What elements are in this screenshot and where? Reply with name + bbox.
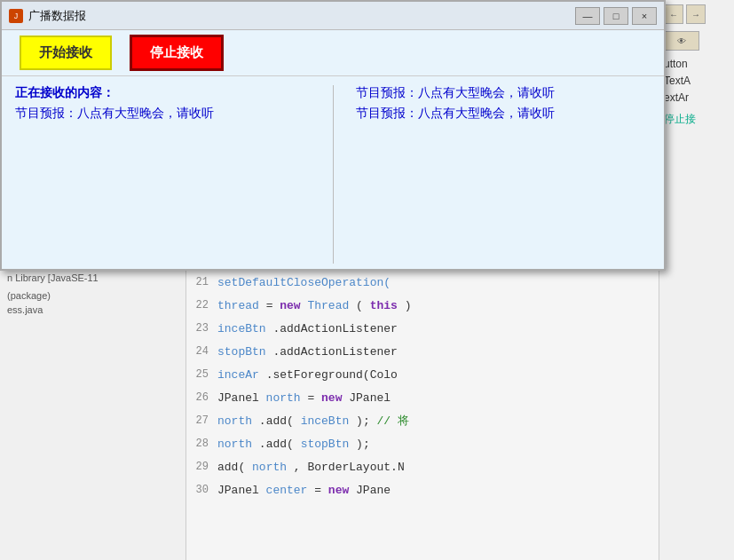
sidebar-package: (package) [0, 288, 185, 303]
code-line-23: 23 inceBtn .addActionListener [186, 317, 734, 340]
line-num-23: 23 [186, 322, 217, 335]
stop-button[interactable]: 停止接收 [130, 35, 224, 71]
sidebar-library: n Library [JavaSE-11 [0, 271, 185, 285]
code-line-25: 25 inceAr .setForeground(Colo [186, 363, 734, 386]
right-panel-label-2: TextA [664, 73, 730, 90]
line-num-24: 24 [186, 345, 217, 358]
dialog-app-icon: J [9, 9, 23, 23]
dialog-toolbar: 开始接收 停止接收 [2, 30, 664, 76]
line-content-24: stopBtn .addActionListener [217, 345, 734, 359]
line-num-22: 22 [186, 299, 217, 312]
minimize-button[interactable]: — [575, 7, 600, 25]
line-num-30: 30 [186, 484, 217, 496]
right-panel-label-3: extAr [664, 90, 730, 106]
right-panel-icons: ← → [664, 4, 730, 24]
right-panel: ← → 👁 utton TextA extAr 停止接 [659, 0, 734, 560]
receiving-text: 节目预报：八点有大型晚会，请收听 [15, 106, 311, 122]
line-num-21: 21 [186, 276, 217, 288]
code-line-29: 29 add( north , BorderLayout.N [186, 455, 734, 478]
code-line-21: 21 setDefaultCloseOperation( [186, 271, 734, 294]
dialog-left-panel: 正在接收的内容： 节目预报：八点有大型晚会，请收听 [15, 85, 311, 264]
line-content-23: inceBtn .addActionListener [217, 322, 734, 335]
dialog-window: J 广播数据报 — □ × 开始接收 停止接收 正在接收的内容： 节目预报：八点… [0, 0, 666, 271]
dialog-window-controls: — □ × [575, 7, 657, 25]
line-content-29: add( north , BorderLayout.N [217, 461, 734, 474]
dialog-title-left: J 广播数据报 [9, 8, 86, 24]
line-num-28: 28 [186, 438, 217, 450]
code-line-30: 30 JPanel center = new JPane [186, 478, 734, 501]
dialog-title-text: 广播数据报 [28, 8, 86, 24]
right-text-line2: 节目预报：八点有大型晚会，请收听 [356, 106, 651, 122]
dialog-right-panel: 节目预报：八点有大型晚会，请收听 节目预报：八点有大型晚会，请收听 [356, 85, 651, 264]
close-button[interactable]: × [632, 7, 657, 25]
right-panel-stop-link[interactable]: 停止接 [664, 112, 730, 127]
start-button[interactable]: 开始接收 [20, 35, 112, 70]
maximize-button[interactable]: □ [604, 7, 628, 25]
line-content-28: north .add( stopBtn ); [217, 438, 734, 451]
icon-btn-3[interactable]: 👁 [664, 31, 699, 51]
line-num-25: 25 [186, 368, 217, 381]
sidebar-file: ess.java [0, 303, 185, 317]
line-num-26: 26 [186, 391, 217, 404]
right-panel-label-1: utton [664, 56, 730, 73]
dialog-titlebar: J 广播数据报 — □ × [2, 2, 664, 30]
line-content-27: north .add( inceBtn ); // 将 [217, 413, 734, 429]
dialog-content: 正在接收的内容： 节目预报：八点有大型晚会，请收听 节目预报：八点有大型晚会，请… [2, 76, 664, 272]
line-content-25: inceAr .setForeground(Colo [217, 368, 734, 382]
receiving-label: 正在接收的内容： [15, 85, 311, 101]
code-line-24: 24 stopBtn .addActionListener [186, 340, 734, 363]
line-content-22: thread = new Thread ( this ) [217, 299, 734, 312]
code-line-28: 28 north .add( stopBtn ); [186, 432, 734, 455]
code-line-22: 22 thread = new Thread ( this ) [186, 294, 734, 317]
code-line-27: 27 north .add( inceBtn ); // 将 [186, 409, 734, 432]
line-num-29: 29 [186, 461, 217, 473]
line-content-21: setDefaultCloseOperation( [217, 276, 734, 289]
right-text-line1: 节目预报：八点有大型晚会，请收听 [356, 85, 651, 101]
line-content-30: JPanel center = new JPane [217, 484, 734, 497]
code-line-26: 26 JPanel north = new JPanel [186, 386, 734, 409]
line-content-26: JPanel north = new JPanel [217, 391, 734, 405]
icon-btn-2[interactable]: → [686, 4, 706, 24]
line-num-27: 27 [186, 414, 217, 427]
content-divider [333, 85, 334, 264]
icon-btn-1[interactable]: ← [664, 4, 683, 24]
